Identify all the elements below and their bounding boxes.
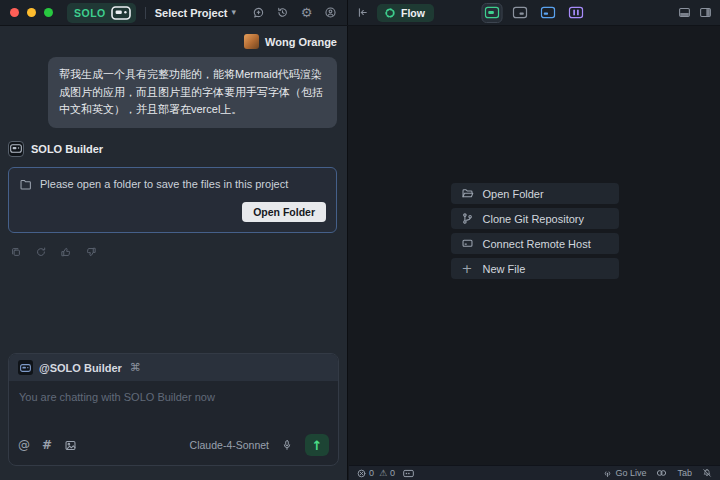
zoom-window-button[interactable] (44, 8, 53, 17)
git-branch-icon (461, 212, 474, 225)
error-circle-icon (357, 469, 366, 478)
open-folder-card-button[interactable]: Open Folder (242, 202, 326, 222)
message-feedback-toolbar (0, 233, 347, 258)
remote-host-icon (461, 237, 474, 250)
warning-count: 0 (390, 468, 395, 478)
composer-toolbar: @ # Claude-4-Sonnet (9, 427, 338, 465)
toggle-right-panel-icon[interactable] (699, 6, 712, 19)
titlebar-divider (145, 7, 146, 19)
new-file-label: New File (483, 263, 526, 275)
user-avatar (244, 34, 259, 49)
composer-agent-chip[interactable]: @SOLO Builder ⌘ (9, 354, 338, 381)
flow-tab-label: Flow (401, 7, 425, 19)
open-folder-card-message: Please open a folder to save the files i… (40, 178, 288, 190)
thumbs-down-icon[interactable] (85, 246, 97, 258)
solo-mode-toggle[interactable]: SOLO (67, 3, 136, 23)
view-preview-icon[interactable] (539, 4, 558, 22)
mention-icon[interactable]: @ (18, 439, 30, 451)
titlebar: SOLO Select Project ▾ (0, 0, 720, 26)
warning-triangle-icon: ⚠ (379, 469, 387, 478)
thumbs-up-icon[interactable] (60, 246, 72, 258)
folder-icon (19, 178, 32, 191)
solo-badge-label: SOLO (74, 7, 106, 19)
connect-remote-host-label: Connect Remote Host (483, 238, 591, 250)
chat-composer: @SOLO Builder ⌘ You are chatting with SO… (8, 353, 339, 466)
context-hash-icon[interactable]: # (42, 439, 52, 451)
ai-pair-icon[interactable] (656, 468, 667, 478)
flow-spinner-icon (384, 7, 396, 19)
collapse-panel-icon[interactable] (356, 6, 369, 19)
tab-label: Tab (677, 468, 692, 478)
composer-agent-label: @SOLO Builder (39, 362, 122, 374)
app-window: SOLO Select Project ▾ (0, 0, 720, 480)
tab-completion-toggle[interactable]: Tab (677, 468, 692, 478)
flow-panel-header: Flow (348, 0, 720, 25)
user-message-bubble: 帮我生成一个具有完整功能的，能将Mermaid代码渲染成图片的应用，而且图片里的… (48, 57, 337, 128)
errors-indicator[interactable]: 0 (357, 468, 374, 478)
history-icon[interactable] (274, 4, 291, 21)
editor-empty-area: Open Folder Clone Git Repository (349, 26, 720, 465)
minimize-window-button[interactable] (27, 8, 36, 17)
message-input[interactable]: You are chatting with SOLO Builder now (9, 381, 338, 427)
view-editor-icon[interactable] (511, 4, 530, 22)
titlebar-actions: ⚙ (250, 4, 339, 21)
chevron-down-icon: ▾ (232, 8, 237, 17)
model-selector[interactable]: Claude-4-Sonnet (190, 439, 269, 451)
assistant-name: SOLO Builder (31, 143, 103, 155)
user-name: Wong Orange (265, 36, 337, 48)
warnings-indicator[interactable]: ⚠ 0 (379, 468, 395, 478)
user-message-header: Wong Orange (0, 26, 347, 49)
plus-icon: + (461, 262, 474, 275)
open-folder-action-label: Open Folder (483, 188, 544, 200)
chat-panel: Wong Orange 帮我生成一个具有完整功能的，能将Mermaid代码渲染成… (0, 26, 348, 480)
open-folder-action[interactable]: Open Folder (451, 183, 619, 204)
close-window-button[interactable] (10, 8, 19, 17)
ports-panel-icon[interactable] (403, 469, 414, 478)
welcome-actions: Open Folder Clone Git Repository (451, 183, 619, 279)
go-live-button[interactable]: Go Live (603, 468, 646, 478)
view-mode-switcher (483, 4, 586, 22)
copy-icon[interactable] (10, 246, 22, 258)
settings-gear-icon[interactable]: ⚙ (298, 4, 315, 21)
new-file-action[interactable]: + New File (451, 258, 619, 279)
assistant-header: SOLO Builder (0, 128, 347, 157)
titlebar-left: SOLO Select Project ▾ (0, 0, 348, 25)
view-flow-icon[interactable] (483, 4, 502, 22)
tab-flow[interactable]: Flow (377, 4, 434, 22)
connect-remote-host-action[interactable]: Connect Remote Host (451, 233, 619, 254)
go-live-label: Go Live (615, 468, 646, 478)
clone-git-repository-label: Clone Git Repository (483, 213, 585, 225)
error-count: 0 (369, 468, 374, 478)
new-chat-icon[interactable] (250, 4, 267, 21)
editor-panel: Open Folder Clone Git Repository (349, 26, 720, 480)
toggle-bottom-panel-icon[interactable] (678, 6, 691, 19)
broadcast-icon (603, 469, 612, 478)
solo-card-icon (111, 6, 131, 20)
traffic-lights (10, 8, 53, 17)
composer-agent-icon (18, 360, 33, 375)
view-terminal-icon[interactable] (567, 4, 586, 22)
layout-toggles (678, 6, 712, 19)
microphone-icon[interactable] (281, 439, 293, 451)
project-selector[interactable]: Select Project ▾ (155, 7, 236, 19)
notifications-muted-icon[interactable] (702, 468, 712, 478)
project-selector-label: Select Project (155, 7, 228, 19)
account-icon[interactable] (322, 4, 339, 21)
regenerate-icon[interactable] (35, 246, 47, 258)
statusbar: 0 ⚠ 0 (349, 465, 720, 480)
clone-git-repository-action[interactable]: Clone Git Repository (451, 208, 619, 229)
send-button[interactable]: ↑ (305, 434, 329, 456)
command-shortcut-icon: ⌘ (130, 362, 141, 373)
open-folder-icon (461, 187, 474, 200)
open-folder-card: Please open a folder to save the files i… (8, 167, 337, 233)
attach-image-icon[interactable] (64, 439, 77, 452)
solo-builder-icon (8, 141, 24, 157)
